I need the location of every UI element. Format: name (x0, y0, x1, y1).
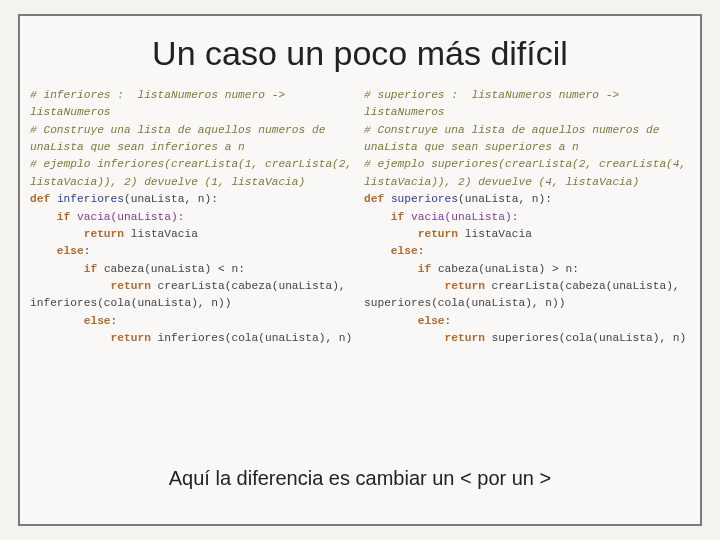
comment: # Construye una lista de aquellos numero… (364, 124, 666, 153)
keyword-else: else (57, 245, 84, 257)
keyword-return: return (111, 280, 151, 292)
function-name: inferiores (57, 193, 124, 205)
condition: cabeza(unaLista) > n: (438, 263, 579, 275)
expr: inferiores(cola(unaLista), n) (158, 332, 353, 344)
keyword-return: return (418, 228, 458, 240)
colon: : (111, 315, 118, 327)
comment: # ejemplo superiores(crearLista(2, crear… (364, 158, 693, 187)
comment: # inferiores : listaNumeros numero -> li… (30, 89, 292, 118)
keyword-return: return (111, 332, 151, 344)
expr: crearLista(cabeza(unaLista), inferiores(… (30, 280, 352, 309)
footer-caption: Aquí la diferencia es cambiar un < por u… (20, 467, 700, 490)
keyword-if: if (57, 211, 70, 223)
expr: crearLista(cabeza(unaLista), superiores(… (364, 280, 686, 309)
comment: # superiores : listaNumeros numero -> li… (364, 89, 626, 118)
slide-title: Un caso un poco más difícil (20, 34, 700, 73)
colon: : (445, 315, 452, 327)
colon: : (84, 245, 91, 257)
keyword-def: def (364, 193, 384, 205)
call: vacia(unaLista): (77, 211, 184, 223)
keyword-return: return (84, 228, 124, 240)
value: listaVacia (465, 228, 532, 240)
colon: : (418, 245, 425, 257)
value: listaVacia (131, 228, 198, 240)
keyword-return: return (445, 332, 485, 344)
params: (unaLista, n): (458, 193, 552, 205)
keyword-else: else (391, 245, 418, 257)
code-right: # superiores : listaNumeros numero -> li… (364, 87, 690, 347)
keyword-def: def (30, 193, 50, 205)
function-name: superiores (391, 193, 458, 205)
condition: cabeza(unaLista) < n: (104, 263, 245, 275)
slide-frame: Un caso un poco más difícil # inferiores… (18, 14, 702, 526)
expr: superiores(cola(unaLista), n) (492, 332, 687, 344)
code-left: # inferiores : listaNumeros numero -> li… (30, 87, 356, 347)
params: (unaLista, n): (124, 193, 218, 205)
keyword-return: return (445, 280, 485, 292)
keyword-if: if (84, 263, 97, 275)
comment: # ejemplo inferiores(crearLista(1, crear… (30, 158, 359, 187)
call: vacia(unaLista): (411, 211, 518, 223)
keyword-else: else (84, 315, 111, 327)
keyword-if: if (391, 211, 404, 223)
code-area: # inferiores : listaNumeros numero -> li… (20, 87, 700, 347)
keyword-if: if (418, 263, 431, 275)
keyword-else: else (418, 315, 445, 327)
comment: # Construye una lista de aquellos numero… (30, 124, 332, 153)
